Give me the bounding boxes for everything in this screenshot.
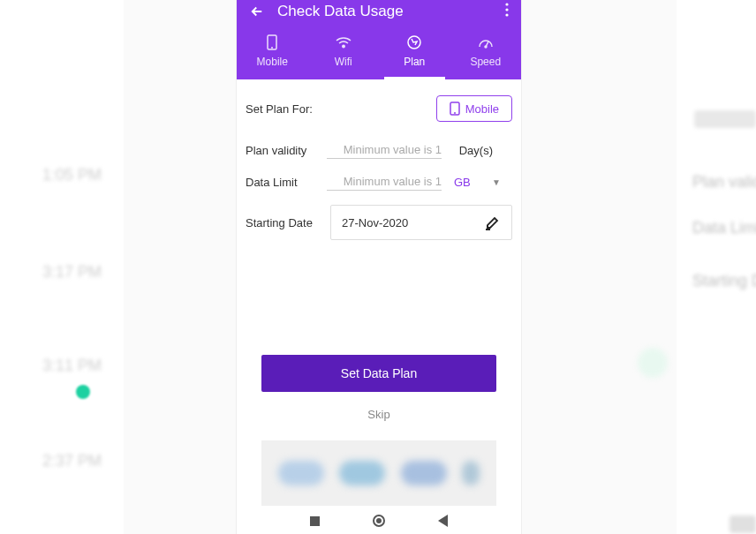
svg-point-0 <box>505 3 508 5</box>
page-title: Check Data Usage <box>277 3 505 20</box>
plan-target-button[interactable]: Mobile <box>436 95 512 122</box>
bg-time: 3:11 PM <box>42 357 102 375</box>
bg-time: 3:17 PM <box>42 263 102 282</box>
set-data-plan-button[interactable]: Set Data Plan <box>261 355 496 392</box>
form-body: Set Plan For: Mobile Plan validity Day(s… <box>237 79 521 270</box>
svg-point-5 <box>343 45 344 47</box>
data-limit-label: Data Limit <box>246 176 327 189</box>
bg-pill <box>730 515 756 533</box>
bg-label: Plan valid <box>692 173 756 192</box>
plan-target-label: Mobile <box>465 102 499 116</box>
app-header: Check Data Usage <box>237 0 521 23</box>
svg-point-2 <box>505 13 508 16</box>
bg-dot <box>76 385 90 399</box>
bg-label: Starting D <box>692 272 756 290</box>
bg-time: 1:05 PM <box>42 166 102 184</box>
set-plan-for-label: Set Plan For: <box>246 102 327 116</box>
recents-button[interactable] <box>310 516 320 526</box>
skip-link[interactable]: Skip <box>261 408 496 421</box>
edit-icon <box>485 214 501 230</box>
left-bg-panel: 1:05 PM 3:17 PM 3:11 PM 2:37 PM <box>0 0 124 534</box>
data-limit-input[interactable] <box>327 173 442 191</box>
starting-date-field[interactable]: 27-Nov-2020 <box>330 205 512 240</box>
svg-point-1 <box>505 8 508 11</box>
tab-bar: Mobile Wifi Plan Speed <box>237 23 521 79</box>
plan-validity-input[interactable] <box>327 141 442 159</box>
back-icon[interactable] <box>249 4 265 19</box>
tab-label: Speed <box>470 56 501 68</box>
starting-date-label: Starting Date <box>246 216 327 229</box>
bottom-actions: Set Data Plan Skip <box>237 355 521 506</box>
plan-validity-label: Plan validity <box>246 144 327 157</box>
starting-date-value: 27-Nov-2020 <box>342 216 408 229</box>
tab-label: Plan <box>404 56 425 68</box>
home-button[interactable] <box>373 515 385 527</box>
speed-icon <box>478 34 494 50</box>
mobile-icon <box>450 102 460 116</box>
tab-label: Mobile <box>257 56 288 68</box>
ad-blob <box>278 461 324 485</box>
bg-time: 2:37 PM <box>42 452 102 470</box>
bg-label: Data Limi <box>692 219 756 237</box>
data-limit-unit-dropdown[interactable]: GB ▼ <box>454 176 501 189</box>
system-nav-bar <box>237 508 521 534</box>
tab-plan[interactable]: Plan <box>379 23 450 79</box>
tab-speed[interactable]: Speed <box>450 23 522 79</box>
back-button[interactable] <box>438 515 448 527</box>
tab-label: Wifi <box>335 56 352 68</box>
ad-blob <box>462 461 480 485</box>
ad-blob <box>401 461 447 485</box>
phone-frame: Check Data Usage Mobile Wifi Plan <box>237 0 521 534</box>
ad-banner <box>261 440 496 506</box>
plan-icon <box>406 34 422 50</box>
tab-wifi[interactable]: Wifi <box>308 23 380 79</box>
wifi-icon <box>336 34 352 50</box>
mobile-icon <box>264 34 280 50</box>
tab-mobile[interactable]: Mobile <box>237 23 308 79</box>
chevron-down-icon: ▼ <box>487 177 501 187</box>
overflow-menu-icon[interactable] <box>505 3 509 20</box>
right-bg-panel <box>677 0 756 534</box>
bg-pill <box>694 110 756 128</box>
bg-circle <box>638 348 668 378</box>
ad-blob <box>339 461 385 485</box>
svg-point-8 <box>485 46 487 48</box>
plan-validity-unit: Day(s) <box>449 144 493 157</box>
unit-label: GB <box>454 176 471 189</box>
